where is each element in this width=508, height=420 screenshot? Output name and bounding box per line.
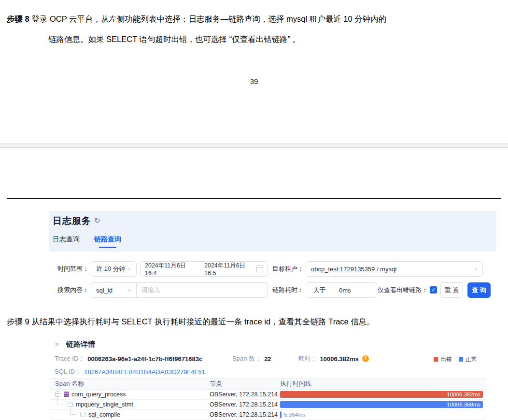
date-start-value: 2024年11月6日 16:4 bbox=[145, 262, 195, 277]
duration-control: 大于 0ms bbox=[306, 282, 377, 298]
span-node: OBServer, 172.28.15.214 bbox=[210, 410, 278, 420]
step9-label: 步骤 9 bbox=[7, 317, 29, 326]
legend-item-error: 出错 bbox=[434, 355, 452, 364]
filter-row-2: 搜索内容： sql_id ∨ 请输入 链路耗时： 大于 0ms 仅查看出错链路：… bbox=[49, 282, 494, 298]
log-service-header: 日志服务 ↻ 日志查询 链路查询 bbox=[49, 211, 496, 252]
tenant-value: obcp_test:1729135359 / mysql bbox=[311, 266, 396, 273]
calendar-icon bbox=[256, 266, 263, 272]
duration-label: 链路耗时： bbox=[267, 282, 304, 298]
column-divider bbox=[206, 378, 206, 420]
col-span-name: Span 名称 bbox=[55, 378, 84, 389]
duration-operator-select[interactable]: 大于 bbox=[306, 283, 333, 297]
error-only-label: 仅查看出错链路： bbox=[371, 282, 428, 298]
table-row[interactable]: −mpquery_single_stmtOBServer, 172.28.15.… bbox=[50, 400, 486, 410]
log-service-panel: 日志服务 ↻ 日志查询 链路查询 时间范围： 近 10 分钟 ∨ 2024年11… bbox=[49, 211, 496, 306]
step8-label: 步骤 8 bbox=[7, 14, 29, 23]
span-name: mpquery_single_stmt bbox=[76, 400, 133, 409]
trace-detail-title: 链路详情 bbox=[66, 340, 95, 349]
search-label: 搜索内容： bbox=[49, 282, 89, 298]
search-control: sql_id ∨ 请输入 bbox=[91, 282, 268, 298]
chevron-down-icon: ∨ bbox=[127, 288, 131, 293]
trace-meta-row: Trace ID： 0006263a-96e1-a24f-1c7b-ff6f96… bbox=[55, 354, 369, 363]
span-count-value: 22 bbox=[264, 355, 271, 363]
table-row[interactable]: −sql_compileOBServer, 172.28.15.2145.384… bbox=[50, 410, 486, 420]
page-number: 39 bbox=[0, 77, 508, 85]
span-node: OBServer, 172.28.15.214 bbox=[210, 390, 278, 399]
filter-row-1: 时间范围： 近 10 分钟 ∨ 2024年11月6日 16:4 → 2024年1… bbox=[49, 261, 494, 277]
timeline-bar: 10006.368ms bbox=[280, 401, 483, 408]
timeline-bar bbox=[280, 411, 282, 418]
page-break-separator bbox=[0, 143, 508, 148]
trace-id-value: 0006263a-96e1-a24f-1c7b-ff6f9671683c bbox=[87, 355, 202, 363]
time-range-label: 时间范围： bbox=[49, 261, 89, 277]
tree-connector bbox=[57, 397, 63, 405]
trace-table-rows: −com_query_processOBServer, 172.28.15.21… bbox=[50, 390, 486, 420]
step8-line2: 链路信息。如果 SELECT 语句超时出错，也可选择 “仅查看出错链路” 。 bbox=[7, 29, 504, 49]
timeline-track: 5.384ms bbox=[280, 411, 483, 418]
tenant-select[interactable]: obcp_test:1729135359 / mysql ∨ bbox=[306, 261, 483, 277]
date-end-value: 2024年11月6日 16:5 bbox=[204, 262, 254, 277]
chevron-down-icon: ∨ bbox=[127, 266, 131, 271]
arrow-right-icon: → bbox=[197, 266, 202, 272]
close-icon[interactable]: × bbox=[55, 340, 59, 349]
error-swatch bbox=[434, 357, 438, 362]
span-count-label: Span 数： bbox=[232, 354, 261, 363]
column-divider bbox=[276, 378, 276, 420]
col-node: 节点 bbox=[210, 378, 222, 389]
span-table-header: Span 名称 节点 执行时间线 bbox=[50, 378, 486, 390]
collapse-icon[interactable]: − bbox=[68, 402, 73, 407]
warning-icon: ! bbox=[362, 355, 369, 362]
tree-connector bbox=[83, 418, 88, 420]
reset-button[interactable]: 重 置 bbox=[440, 282, 463, 298]
tree-connector bbox=[70, 407, 76, 415]
trace-id-label: Trace ID： bbox=[55, 354, 85, 363]
legend: 出错 正常 bbox=[427, 355, 477, 364]
span-name: sql_compile bbox=[88, 410, 120, 420]
time-range-value: 近 10 分钟 bbox=[96, 265, 126, 273]
date-range-picker[interactable]: 2024年11月6日 16:4 → 2024年11月6日 16:5 bbox=[140, 261, 268, 277]
table-row[interactable]: −com_query_processOBServer, 172.28.15.21… bbox=[50, 390, 486, 400]
search-type-select[interactable]: sql_id ∨ bbox=[91, 283, 137, 297]
duration-value: 10006.382ms bbox=[320, 355, 359, 363]
sql-id-link[interactable]: 18267A34B4FEB4B1B4ADAB3D279F4F51 bbox=[84, 368, 205, 376]
trace-detail-panel: × 链路详情 Trace ID： 0006263a-96e1-a24f-1c7b… bbox=[50, 338, 492, 420]
legend-item-normal: 正常 bbox=[459, 355, 477, 364]
collapse-icon[interactable]: − bbox=[80, 412, 85, 417]
span-type-icon bbox=[64, 392, 69, 397]
time-range-select[interactable]: 近 10 分钟 ∨ bbox=[91, 261, 137, 277]
tenant-label: 目标租户： bbox=[267, 261, 304, 277]
span-table: Span 名称 节点 执行时间线 −com_query_processOBSer… bbox=[50, 378, 486, 420]
step9-paragraph: 步骤 9 从结果中选择执行耗时与 SELECT 执行耗时接近的最近一条 trac… bbox=[7, 314, 504, 329]
span-name: com_query_process bbox=[71, 390, 126, 399]
step8-paragraph: 步骤 8 登录 OCP 云平台，从左侧功能列表中选择：日志服务—链路查询，选择 … bbox=[7, 9, 504, 49]
query-button[interactable]: 查 询 bbox=[467, 282, 491, 298]
duration-label: 耗时： bbox=[298, 354, 317, 363]
tab-bar: 日志查询 链路查询 bbox=[53, 235, 134, 244]
timeline-bar: 10006.382ms bbox=[280, 391, 483, 398]
col-timeline: 执行时间线 bbox=[280, 378, 311, 389]
sql-id-label: SQL ID： bbox=[55, 367, 81, 376]
search-type-value: sql_id bbox=[96, 287, 113, 294]
tab-trace-query[interactable]: 链路查询 bbox=[94, 235, 121, 244]
chevron-down-icon: ∨ bbox=[474, 266, 478, 271]
horizontal-rule bbox=[7, 198, 501, 199]
span-node: OBServer, 172.28.15.214 bbox=[210, 400, 278, 409]
timeline-duration-label: 5.384ms bbox=[284, 411, 305, 418]
tab-log-query[interactable]: 日志查询 bbox=[53, 235, 80, 244]
page-title: 日志服务 bbox=[53, 215, 91, 227]
sql-id-row: SQL ID： 18267A34B4FEB4B1B4ADAB3D279F4F51 bbox=[55, 367, 205, 376]
error-only-checkbox[interactable]: ✓ bbox=[430, 286, 437, 294]
trace-detail-header: × 链路详情 bbox=[55, 339, 95, 349]
legend-error-label: 出错 bbox=[440, 355, 452, 364]
timeline-track: 10006.382ms bbox=[280, 391, 483, 398]
normal-swatch bbox=[459, 357, 463, 362]
refresh-icon[interactable]: ↻ bbox=[94, 216, 100, 225]
duration-input[interactable]: 0ms bbox=[333, 287, 351, 294]
legend-normal-label: 正常 bbox=[466, 355, 477, 364]
collapse-icon[interactable]: − bbox=[55, 392, 60, 397]
filter-card: 时间范围： 近 10 分钟 ∨ 2024年11月6日 16:4 → 2024年1… bbox=[49, 252, 494, 306]
timeline-track: 10006.368ms bbox=[280, 401, 483, 408]
search-input[interactable]: 请输入 bbox=[137, 286, 268, 294]
step8-line1: 步骤 8 登录 OCP 云平台，从左侧功能列表中选择：日志服务—链路查询，选择 … bbox=[7, 9, 504, 29]
